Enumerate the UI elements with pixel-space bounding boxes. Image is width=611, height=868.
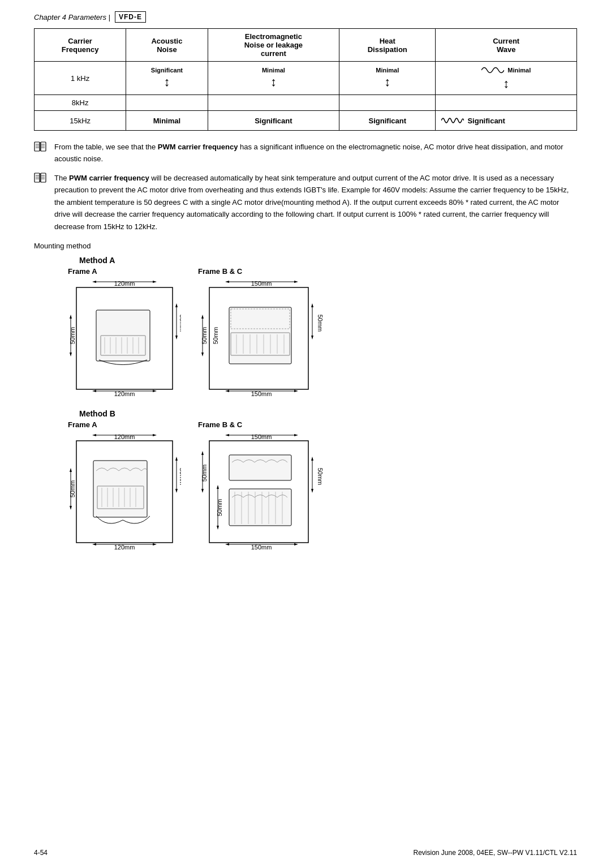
wave-8khz	[436, 95, 577, 111]
acoustic-8khz	[126, 95, 208, 111]
svg-text:120mm: 120mm	[114, 280, 135, 287]
svg-rect-0	[35, 142, 40, 151]
svg-marker-51	[311, 336, 313, 340]
note-item-1: From the table, we see that the PWM carr…	[34, 141, 577, 165]
svg-text:50mm: 50mm	[69, 480, 76, 498]
svg-marker-76	[153, 434, 157, 436]
note-icon-1	[34, 141, 50, 153]
page-number: 4-54	[34, 849, 48, 857]
svg-marker-55	[294, 390, 298, 392]
svg-rect-1	[41, 142, 46, 151]
svg-text:50mm: 50mm	[212, 327, 219, 345]
svg-text:120mm: 120mm	[114, 433, 135, 440]
svg-text:150mm: 150mm	[251, 544, 272, 551]
chapter-title: Chapter 4 Parameters |	[34, 13, 110, 22]
svg-marker-105	[311, 457, 313, 461]
note-item-2: The PWM carrier frequency will be decrea…	[34, 172, 577, 233]
svg-text:50mm: 50mm	[201, 327, 208, 345]
note-text-2: The PWM carrier frequency will be decrea…	[54, 172, 577, 233]
note-icon-2	[34, 173, 50, 184]
method-a-frames: Frame A 120mm 50mm	[68, 267, 577, 398]
svg-text:50mm: 50mm	[201, 465, 208, 482]
svg-text:50mm: 50mm	[317, 315, 322, 332]
svg-marker-113	[201, 451, 204, 455]
table-row: 15kHz Minimal Significant Significant Si…	[35, 111, 577, 131]
svg-marker-101	[225, 434, 229, 436]
svg-marker-118	[217, 526, 219, 530]
col-header-acoustic: AcousticNoise	[126, 29, 208, 62]
svg-rect-121	[229, 489, 291, 526]
svg-marker-54	[225, 390, 229, 392]
frame-a-method-a-title: Frame A	[68, 267, 97, 276]
method-b-title: Method B	[79, 409, 577, 418]
svg-marker-114	[201, 489, 204, 493]
em-1khz: Minimal ↕	[208, 62, 339, 95]
heat-8khz	[339, 95, 436, 111]
svg-marker-46	[225, 281, 229, 283]
freq-15khz: 15kHz	[35, 111, 126, 131]
svg-marker-88	[70, 506, 72, 510]
page-header: Chapter 4 Parameters | VFD-E	[34, 11, 577, 23]
note-text-1: From the table, we see that the PWM carr…	[54, 141, 577, 165]
em-8khz	[208, 95, 339, 111]
frame-a-method-a-diagram: 120mm 50mm 120mm 50mm	[68, 279, 181, 398]
svg-marker-110	[294, 543, 298, 545]
method-b-section: Method B Frame A 120mm 50mm	[34, 409, 577, 551]
method-a-title: Method A	[79, 256, 577, 265]
frame-bc-method-a: Frame B & C 150mm 50mm	[198, 267, 322, 398]
svg-text:120mm: 120mm	[114, 544, 135, 551]
revision-text: Revision June 2008, 04EE, SW--PW V1.11/C…	[414, 849, 577, 857]
svg-marker-87	[70, 468, 72, 472]
table-row: 1 kHz Significant ↕ Minimal ↕ Minimal ↕	[35, 62, 577, 95]
svg-marker-59	[201, 353, 204, 356]
mounting-section: Mounting method Method A Frame A 120mm	[34, 242, 577, 551]
svg-rect-9	[35, 173, 40, 182]
svg-text:150mm: 150mm	[251, 433, 272, 440]
wave-1khz: Minimal ↕	[436, 62, 577, 95]
frame-a-method-b: Frame A 120mm 50mm	[68, 420, 181, 551]
svg-text:50mm: 50mm	[179, 468, 181, 485]
svg-marker-106	[311, 489, 313, 493]
page-footer: 4-54 Revision June 2008, 04EE, SW--PW V1…	[34, 849, 577, 857]
svg-marker-20	[92, 281, 96, 283]
svg-rect-10	[41, 173, 46, 182]
heat-15khz: Significant	[339, 111, 436, 131]
svg-text:150mm: 150mm	[251, 280, 272, 287]
svg-marker-33	[70, 353, 72, 356]
svg-marker-75	[92, 434, 96, 436]
frame-bc-method-a-diagram: 150mm 50mm 150mm 50mm	[198, 279, 322, 398]
svg-marker-28	[92, 390, 96, 392]
acoustic-1khz: Significant ↕	[126, 62, 208, 95]
frame-bc-method-b: Frame B & C 150mm 50mm	[198, 420, 322, 551]
frame-bc-method-b-diagram: 150mm 50mm 150mm 50mm	[198, 432, 322, 551]
freq-8khz: 8kHz	[35, 95, 126, 111]
acoustic-15khz: Minimal	[126, 111, 208, 131]
svg-text:50mm: 50mm	[69, 327, 76, 345]
heat-1khz: Minimal ↕	[339, 62, 436, 95]
svg-marker-25	[175, 336, 178, 340]
svg-marker-83	[92, 543, 96, 545]
parameters-table: CarrierFrequency AcousticNoise Electroma…	[34, 28, 577, 131]
svg-marker-21	[153, 281, 157, 283]
svg-rect-120	[229, 455, 291, 480]
col-header-wave: CurrentWave	[436, 29, 577, 62]
svg-marker-50	[311, 303, 313, 307]
brand-logo: VFD-E	[115, 11, 146, 23]
col-header-freq: CarrierFrequency	[35, 29, 126, 62]
svg-marker-32	[70, 315, 72, 319]
notes-section: From the table, we see that the PWM carr…	[34, 141, 577, 233]
svg-marker-29	[153, 390, 157, 392]
method-b-frames: Frame A 120mm 50mm	[68, 420, 577, 551]
frame-a-method-a: Frame A 120mm 50mm	[68, 267, 181, 398]
svg-marker-109	[225, 543, 229, 545]
svg-marker-79	[175, 457, 178, 461]
frame-bc-method-a-title: Frame B & C	[198, 267, 242, 276]
col-header-heat: HeatDissipation	[339, 29, 436, 62]
svg-marker-47	[294, 281, 298, 283]
svg-marker-102	[294, 434, 298, 436]
svg-text:50mm: 50mm	[216, 499, 223, 517]
wave-15khz: Significant	[436, 111, 577, 131]
em-15khz: Significant	[208, 111, 339, 131]
col-header-em: ElectromagneticNoise or leakagecurrent	[208, 29, 339, 62]
frame-a-method-b-title: Frame A	[68, 420, 97, 429]
